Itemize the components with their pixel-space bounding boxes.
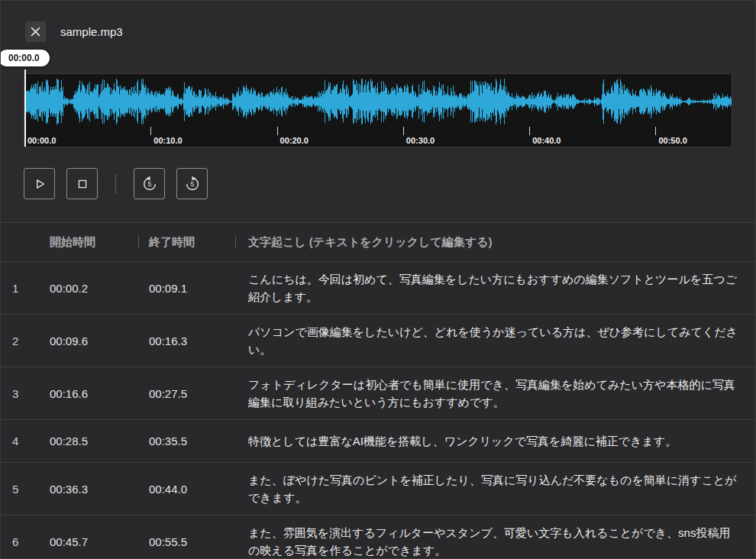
table-row: 400:28.500:35.5特徴としては豊富なAI機能を搭載し、ワンクリックで… [1,419,755,462]
row-transcript-text[interactable]: また、雰囲気を演出するフィルターやスタンプ、可愛い文字も入れることができ、sns… [248,524,741,559]
close-button[interactable] [25,21,46,42]
row-transcript-text[interactable]: また、ぼやけた写真のピントを補正したり、写真に写り込んだ不要なものを簡単に消すこ… [248,471,741,506]
row-start-time[interactable]: 00:36.3 [50,483,149,496]
ruler-tick-mark [655,127,656,135]
table-row: 200:09.600:16.3パソコンで画像編集をしたいけど、どれを使うか迷って… [1,314,755,367]
row-start-time[interactable]: 00:45.7 [50,535,149,548]
playhead[interactable] [24,69,26,147]
transcript-body: 100:00.200:09.1こんにちは。今回は初めて、写真編集をしたい方にもお… [1,261,755,559]
header-start-time: 開始時間 [50,235,149,250]
waveform-canvas[interactable] [24,78,732,125]
row-start-time[interactable]: 00:00.2 [50,282,149,295]
row-index: 2 [10,334,50,347]
file-title: sample.mp3 [60,25,123,38]
row-index: 5 [10,483,50,496]
table-header: 開始時間 終了時間 文字起こし (テキストをクリックして編集する) [1,223,755,261]
player-area: 00:00.0 00:00.000:10.000:20.000:30.000:4… [1,73,755,200]
table-row: 500:36.300:44.0また、ぼやけた写真のピントを補正したり、写真に写り… [1,462,755,515]
close-icon [31,27,40,37]
header-separator [235,235,236,249]
time-ruler: 00:00.000:10.000:20.000:30.000:40.000:50… [24,125,732,147]
row-end-time[interactable]: 00:09.1 [149,282,248,295]
svg-text:5: 5 [147,180,151,188]
header-separator [138,235,139,249]
transcription-window: sample.mp3 00:00.0 00:00.000:10.000:20.0… [0,0,756,559]
transport-controls: 5 5 [24,167,755,200]
ruler-tick-mark [403,127,404,135]
row-index: 6 [10,535,50,548]
ruler-tick-mark [529,127,530,135]
play-button[interactable] [24,168,55,199]
svg-text:5: 5 [190,180,194,188]
row-end-time[interactable]: 00:16.3 [149,334,248,347]
transport-separator [115,174,116,194]
ruler-tick-label: 00:50.0 [655,136,687,145]
forward-5-icon: 5 [184,176,201,192]
waveform-panel[interactable]: 00:00.000:10.000:20.000:30.000:40.000:50… [24,73,732,147]
rewind-5-button[interactable]: 5 [134,168,165,199]
stop-icon [74,176,91,192]
row-end-time[interactable]: 00:44.0 [149,483,248,496]
titlebar: sample.mp3 [1,1,755,44]
stop-button[interactable] [66,168,98,199]
ruler-tick-label: 00:30.0 [403,136,435,145]
row-index: 1 [10,282,50,295]
ruler-tick-label: 00:40.0 [529,136,561,145]
row-index: 3 [10,387,50,400]
row-start-time[interactable]: 00:09.6 [50,334,149,347]
table-row: 600:45.700:55.5また、雰囲気を演出するフィルターやスタンプ、可愛い… [1,515,755,559]
row-end-time[interactable]: 00:27.5 [149,387,248,400]
row-transcript-text[interactable]: こんにちは。今回は初めて、写真編集をしたい方にもおすすめの編集ソフトとツールを五… [248,270,741,305]
forward-5-button[interactable]: 5 [176,168,208,199]
table-row: 100:00.200:09.1こんにちは。今回は初めて、写真編集をしたい方にもお… [1,261,755,314]
ruler-tick-mark [150,127,151,135]
ruler-tick-label: 00:00.0 [24,136,56,145]
row-transcript-text[interactable]: パソコンで画像編集をしたいけど、どれを使うか迷っている方は、ぜひ参考にしてみてく… [248,323,741,358]
row-start-time[interactable]: 00:28.5 [50,435,149,448]
table-row: 300:16.600:27.5フォトディレクターは初心者でも簡単に使用でき、写真… [1,367,755,419]
header-end-time: 終了時間 [149,235,248,250]
header-transcript: 文字起こし (テキストをクリックして編集する) [248,235,741,250]
playhead-time-tooltip: 00:00.0 [0,50,50,66]
row-end-time[interactable]: 00:35.5 [149,435,248,448]
ruler-tick-mark [277,127,278,135]
ruler-tick-label: 00:10.0 [150,136,182,145]
transcript-table: 開始時間 終了時間 文字起こし (テキストをクリックして編集する) 100:00… [1,223,755,559]
play-icon [31,176,48,192]
ruler-tick-label: 00:20.0 [277,136,309,145]
row-transcript-text[interactable]: 特徴としては豊富なAI機能を搭載し、ワンクリックで写真を綺麗に補正できます。 [248,432,741,450]
row-end-time[interactable]: 00:55.5 [149,535,248,548]
row-transcript-text[interactable]: フォトディレクターは初心者でも簡単に使用でき、写真編集を始めてみたい方や本格的に… [248,376,741,411]
row-start-time[interactable]: 00:16.6 [50,387,149,400]
row-index: 4 [10,435,50,448]
rewind-5-icon: 5 [141,176,158,192]
